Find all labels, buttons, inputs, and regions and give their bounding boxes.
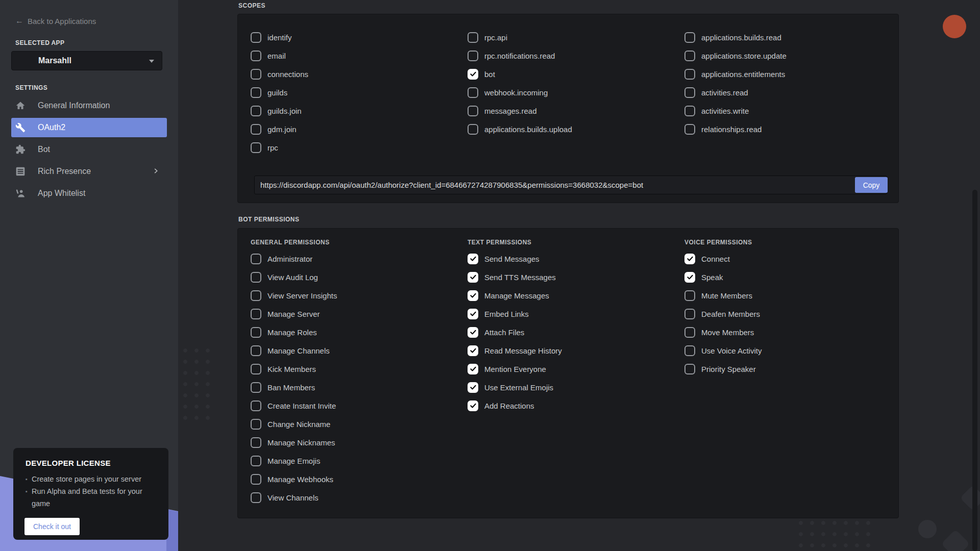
oauth-url-input[interactable] (254, 176, 887, 194)
copy-button[interactable]: Copy (855, 177, 888, 193)
checkbox-row[interactable]: Priority Speaker (684, 360, 899, 378)
checkbox-row[interactable]: identify (251, 28, 465, 46)
app-select-dropdown[interactable]: Marsahll (11, 51, 162, 70)
unchecked-checkbox[interactable] (251, 69, 261, 80)
unchecked-checkbox[interactable] (684, 327, 695, 338)
checkbox-row[interactable]: Manage Emojis (251, 452, 465, 470)
checked-checkbox[interactable] (468, 364, 478, 374)
checkbox-row[interactable]: View Server Insights (251, 286, 465, 305)
scrollbar[interactable] (972, 190, 977, 551)
sidebar-item-oauth2[interactable]: OAuth2 (11, 118, 167, 137)
checkbox-row[interactable]: Move Members (684, 323, 899, 341)
back-to-applications-link[interactable]: ← Back to Applications (15, 16, 96, 26)
checked-checkbox[interactable] (468, 309, 478, 319)
unchecked-checkbox[interactable] (468, 51, 478, 61)
checked-checkbox[interactable] (684, 254, 695, 264)
checkbox-row[interactable]: Create Instant Invite (251, 396, 465, 415)
checked-checkbox[interactable] (468, 327, 478, 338)
unchecked-checkbox[interactable] (251, 124, 261, 135)
checkbox-row[interactable]: Use External Emojis (468, 378, 682, 396)
unchecked-checkbox[interactable] (684, 290, 695, 301)
sidebar-item-app-whitelist[interactable]: App Whitelist (11, 184, 167, 203)
checked-checkbox[interactable] (468, 69, 478, 80)
unchecked-checkbox[interactable] (251, 51, 261, 61)
checkbox-row[interactable]: Ban Members (251, 378, 465, 396)
unchecked-checkbox[interactable] (684, 309, 695, 319)
checkbox-row[interactable]: applications.builds.upload (468, 120, 682, 138)
unchecked-checkbox[interactable] (251, 419, 261, 430)
checkbox-row[interactable]: messages.read (468, 102, 682, 120)
unchecked-checkbox[interactable] (684, 32, 695, 43)
checkbox-row[interactable]: applications.entitlements (684, 65, 899, 83)
checkbox-row[interactable]: Speak (684, 268, 899, 286)
checkbox-row[interactable]: View Audit Log (251, 268, 465, 286)
checkbox-row[interactable]: Manage Messages (468, 286, 682, 305)
checkbox-row[interactable]: rpc.notifications.read (468, 46, 682, 65)
checkbox-row[interactable]: rpc.api (468, 28, 682, 46)
checkbox-row[interactable]: Kick Members (251, 360, 465, 378)
checkbox-row[interactable]: bot (468, 65, 682, 83)
unchecked-checkbox[interactable] (468, 106, 478, 116)
unchecked-checkbox[interactable] (251, 364, 261, 374)
unchecked-checkbox[interactable] (684, 106, 695, 116)
unchecked-checkbox[interactable] (251, 492, 261, 503)
checked-checkbox[interactable] (468, 400, 478, 411)
checkbox-row[interactable]: connections (251, 65, 465, 83)
sidebar-item-rich-presence[interactable]: Rich Presence (11, 162, 167, 181)
checkbox-row[interactable]: gdm.join (251, 120, 465, 138)
checkbox-row[interactable]: email (251, 46, 465, 65)
checkbox-row[interactable]: Add Reactions (468, 396, 682, 415)
checkbox-row[interactable]: Change Nickname (251, 415, 465, 433)
unchecked-checkbox[interactable] (251, 345, 261, 356)
checkbox-row[interactable]: Connect (684, 249, 899, 268)
checkbox-row[interactable]: Embed Links (468, 305, 682, 323)
unchecked-checkbox[interactable] (251, 309, 261, 319)
unchecked-checkbox[interactable] (251, 254, 261, 264)
unchecked-checkbox[interactable] (251, 400, 261, 411)
user-avatar[interactable] (943, 15, 966, 38)
checked-checkbox[interactable] (684, 272, 695, 283)
checkbox-row[interactable]: Manage Roles (251, 323, 465, 341)
checkbox-row[interactable]: Send TTS Messages (468, 268, 682, 286)
checkbox-row[interactable]: Read Message History (468, 341, 682, 360)
checkbox-row[interactable]: activities.write (684, 102, 899, 120)
unchecked-checkbox[interactable] (684, 69, 695, 80)
checked-checkbox[interactable] (468, 272, 478, 283)
unchecked-checkbox[interactable] (251, 272, 261, 283)
checkbox-row[interactable]: Mention Everyone (468, 360, 682, 378)
unchecked-checkbox[interactable] (684, 124, 695, 135)
checkbox-row[interactable]: applications.builds.read (684, 28, 899, 46)
checkbox-row[interactable]: guilds.join (251, 102, 465, 120)
checkbox-row[interactable]: Manage Webhooks (251, 470, 465, 488)
checkbox-row[interactable]: activities.read (684, 83, 899, 102)
unchecked-checkbox[interactable] (251, 474, 261, 485)
checked-checkbox[interactable] (468, 290, 478, 301)
checkbox-row[interactable]: Manage Channels (251, 341, 465, 360)
unchecked-checkbox[interactable] (251, 327, 261, 338)
sidebar-item-bot[interactable]: Bot (11, 140, 167, 159)
checkbox-row[interactable]: relationships.read (684, 120, 899, 138)
check-it-out-button[interactable]: Check it out (24, 518, 80, 535)
checked-checkbox[interactable] (468, 254, 478, 264)
sidebar-item-general-information[interactable]: General Information (11, 96, 167, 115)
unchecked-checkbox[interactable] (684, 364, 695, 374)
unchecked-checkbox[interactable] (251, 290, 261, 301)
checkbox-row[interactable]: guilds (251, 83, 465, 102)
unchecked-checkbox[interactable] (251, 456, 261, 466)
checkbox-row[interactable]: Manage Nicknames (251, 433, 465, 452)
checkbox-row[interactable]: rpc (251, 138, 465, 157)
unchecked-checkbox[interactable] (251, 142, 261, 153)
checkbox-row[interactable]: Use Voice Activity (684, 341, 899, 360)
checkbox-row[interactable]: applications.store.update (684, 46, 899, 65)
unchecked-checkbox[interactable] (251, 32, 261, 43)
unchecked-checkbox[interactable] (251, 87, 261, 98)
unchecked-checkbox[interactable] (251, 382, 261, 393)
checkbox-row[interactable]: View Channels (251, 488, 465, 507)
checked-checkbox[interactable] (468, 382, 478, 393)
checkbox-row[interactable]: Manage Server (251, 305, 465, 323)
checkbox-row[interactable]: webhook.incoming (468, 83, 682, 102)
checkbox-row[interactable]: Deafen Members (684, 305, 899, 323)
unchecked-checkbox[interactable] (251, 437, 261, 448)
unchecked-checkbox[interactable] (684, 51, 695, 61)
checkbox-row[interactable]: Send Messages (468, 249, 682, 268)
